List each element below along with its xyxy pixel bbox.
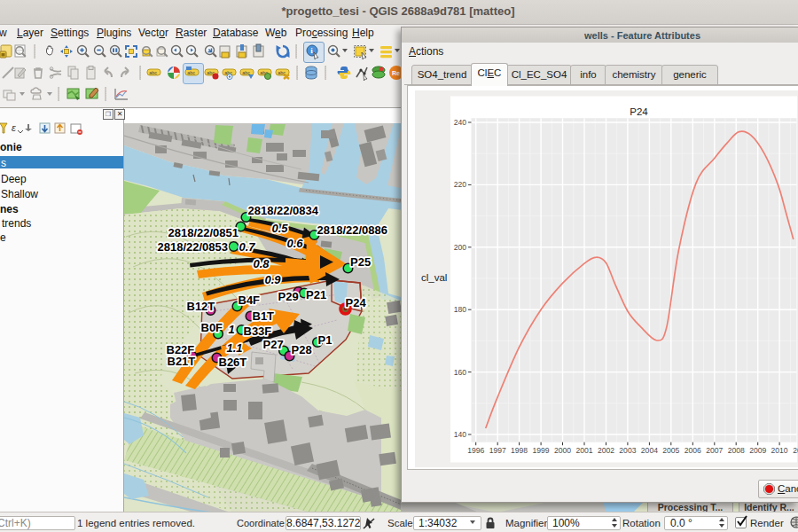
svg-text:1999: 1999 xyxy=(533,446,550,455)
svg-text:2011: 2011 xyxy=(793,446,798,455)
svg-text:0.5: 0.5 xyxy=(272,222,289,235)
svg-text:200: 200 xyxy=(454,243,467,252)
svg-text:B33F: B33F xyxy=(244,325,272,338)
svg-text:2010: 2010 xyxy=(771,446,788,455)
svg-text:P1: P1 xyxy=(318,333,332,347)
svg-text:ε: ε xyxy=(12,122,16,133)
svg-text:0.8: 0.8 xyxy=(254,257,270,270)
svg-text:P21: P21 xyxy=(306,288,326,301)
svg-text:160: 160 xyxy=(454,368,467,377)
svg-text:0.9: 0.9 xyxy=(265,273,282,286)
svg-text:2002: 2002 xyxy=(598,446,614,455)
svg-text:1996: 1996 xyxy=(467,446,484,455)
svg-text:B4F: B4F xyxy=(239,293,261,307)
svg-text:240: 240 xyxy=(454,118,467,127)
svg-text:2000: 2000 xyxy=(554,446,571,455)
svg-text:0.6: 0.6 xyxy=(287,237,304,250)
svg-text:2818/22/0834: 2818/22/0834 xyxy=(248,204,319,217)
svg-text:1.1: 1.1 xyxy=(227,341,243,355)
svg-text:2009: 2009 xyxy=(749,446,766,455)
svg-text:2004: 2004 xyxy=(641,446,658,455)
svg-text:140: 140 xyxy=(454,430,467,439)
svg-text:1997: 1997 xyxy=(489,446,506,455)
svg-text:B26T: B26T xyxy=(219,356,247,369)
svg-text:2007: 2007 xyxy=(706,446,723,455)
svg-text:P24: P24 xyxy=(346,296,367,309)
svg-text:2005: 2005 xyxy=(662,446,679,455)
svg-text:Re: Re xyxy=(392,70,400,76)
svg-text:2006: 2006 xyxy=(685,446,701,455)
svg-text:180: 180 xyxy=(454,305,467,314)
svg-text:2818/22/0886: 2818/22/0886 xyxy=(317,223,388,237)
svg-text:P24: P24 xyxy=(630,106,648,117)
svg-text:0.7: 0.7 xyxy=(239,240,256,254)
svg-text:1998: 1998 xyxy=(511,446,528,455)
svg-text:cl_val: cl_val xyxy=(421,272,447,283)
svg-text:abc: abc xyxy=(187,70,195,75)
svg-text:2818/22/0851: 2818/22/0851 xyxy=(168,226,239,239)
svg-text:P27: P27 xyxy=(263,338,284,351)
svg-text:P25: P25 xyxy=(350,255,371,269)
svg-text:P29: P29 xyxy=(278,290,299,303)
svg-text:2003: 2003 xyxy=(619,446,636,455)
svg-text:B21T: B21T xyxy=(168,355,196,368)
svg-text:B1T: B1T xyxy=(253,309,275,323)
svg-text:P28: P28 xyxy=(292,343,312,356)
svg-text:2818/22/0853: 2818/22/0853 xyxy=(158,240,229,254)
svg-text:B12T: B12T xyxy=(187,300,215,313)
svg-text:1: 1 xyxy=(229,323,235,336)
svg-text:abc: abc xyxy=(242,70,250,75)
svg-text:B0F: B0F xyxy=(201,321,223,334)
svg-text:220: 220 xyxy=(454,180,467,189)
svg-text:2008: 2008 xyxy=(728,446,745,455)
svg-text:2001: 2001 xyxy=(575,446,592,455)
svg-text:abc: abc xyxy=(149,70,157,75)
